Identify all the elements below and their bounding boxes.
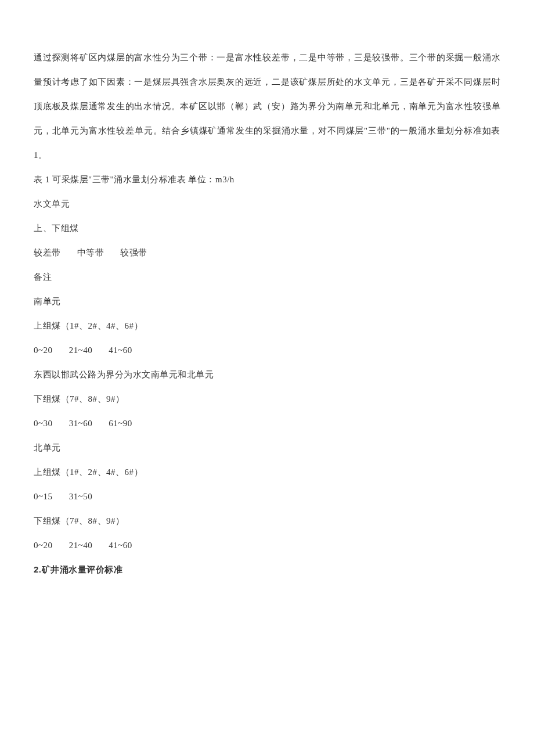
north-lower-values: 0~20 21~40 41~60 <box>34 533 500 557</box>
section-heading: 2.矿井涌水量评价标准 <box>34 557 500 582</box>
header-note: 备注 <box>34 265 500 289</box>
south-lower-strong: 61~90 <box>109 411 132 435</box>
header-zone-poor: 较差带 <box>34 240 61 265</box>
upper-group-label: 上组煤（1#、2#、4#、6#） <box>34 314 500 338</box>
north-lower-medium: 21~40 <box>69 533 93 557</box>
north-upper-values: 0~15 31~50 <box>34 484 500 509</box>
table-caption: 表 1 可采煤层"三带"涌水量划分标准表 单位：m3/h <box>34 167 500 192</box>
intro-paragraph: 通过探测将矿区内煤层的富水性分为三个带：一是富水性较差带，二是中等带，三是较强带… <box>34 45 500 167</box>
lower-group-label: 下组煤（7#、8#、9#） <box>34 387 500 411</box>
document-page: 通过探测将矿区内煤层的富水性分为三个带：一是富水性较差带，二是中等带，三是较强带… <box>0 0 534 617</box>
south-unit-label: 南单元 <box>34 289 500 314</box>
north-lower-strong: 41~60 <box>109 533 132 557</box>
south-lower-medium: 31~60 <box>69 411 93 435</box>
header-coal-group: 上、下组煤 <box>34 216 500 240</box>
notes-text: 东西以邯武公路为界分为水文南单元和北单元 <box>34 362 500 387</box>
south-lower-poor: 0~30 <box>34 411 53 435</box>
north-lower-poor: 0~20 <box>34 533 53 557</box>
north-upper-strong: 31~50 <box>69 484 93 509</box>
north-upper-poor: 0~15 <box>34 484 53 509</box>
header-zone-row: 较差带 中等带 较强带 <box>34 240 500 265</box>
south-lower-values: 0~30 31~60 61~90 <box>34 411 500 435</box>
south-upper-values: 0~20 21~40 41~60 <box>34 338 500 362</box>
lower-group-label-north: 下组煤（7#、8#、9#） <box>34 509 500 533</box>
south-upper-medium: 21~40 <box>69 338 93 362</box>
heading-number: 2. <box>34 564 42 574</box>
header-zone-medium: 中等带 <box>77 240 104 265</box>
upper-group-label-north: 上组煤（1#、2#、4#、6#） <box>34 460 500 484</box>
header-hydrology-unit: 水文单元 <box>34 192 500 216</box>
header-zone-strong: 较强带 <box>120 240 147 265</box>
south-upper-poor: 0~20 <box>34 338 53 362</box>
south-upper-strong: 41~60 <box>109 338 132 362</box>
north-unit-label: 北单元 <box>34 435 500 460</box>
heading-text: 矿井涌水量评价标准 <box>42 565 123 574</box>
